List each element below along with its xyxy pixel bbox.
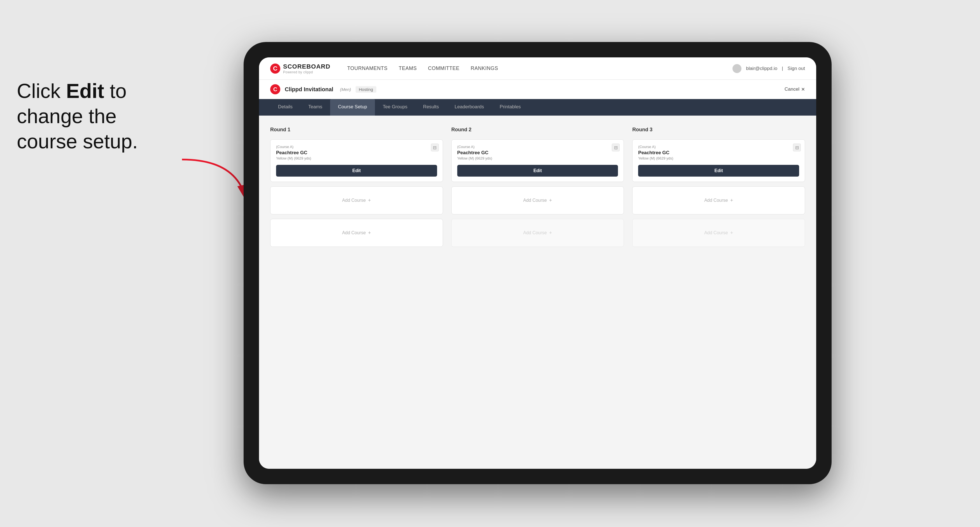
round-3-add-course-2: Add Course + — [632, 219, 805, 247]
tab-nav: Details Teams Course Setup Tee Groups Re… — [259, 99, 816, 116]
round-1-add-course-1[interactable]: Add Course + — [270, 186, 443, 214]
tab-course-setup[interactable]: Course Setup — [330, 99, 375, 116]
round-2-course-label: (Course A) — [457, 145, 618, 149]
round-2-add-course-2: Add Course + — [451, 219, 624, 247]
round-3-column: Round 3 ⊟ (Course A) Peachtree GC Yellow… — [632, 127, 805, 247]
round-2-course-card: ⊟ (Course A) Peachtree GC Yellow (M) (66… — [451, 140, 624, 182]
logo-area: C SCOREBOARD Powered by clippd — [270, 63, 330, 74]
round-3-delete-button[interactable]: ⊟ — [793, 144, 801, 151]
tab-leaderboards[interactable]: Leaderboards — [447, 99, 492, 116]
round-3-course-details: Yellow (M) (6629 yds) — [638, 156, 799, 160]
nav-teams[interactable]: TEAMS — [399, 63, 417, 74]
avatar — [732, 64, 741, 73]
add-course-label: Add Course — [342, 230, 366, 235]
round-1-title: Round 1 — [270, 127, 443, 133]
round-2-title: Round 2 — [451, 127, 624, 133]
arrow-indicator — [157, 154, 252, 210]
add-course-label: Add Course — [523, 198, 547, 203]
tab-details[interactable]: Details — [270, 99, 301, 116]
add-course-label: Add Course — [704, 230, 728, 235]
add-course-plus-icon: + — [730, 230, 733, 236]
round-1-course-details: Yellow (M) (6629 yds) — [276, 156, 437, 160]
add-course-label: Add Course — [704, 198, 728, 203]
round-2-course-details: Yellow (M) (6629 yds) — [457, 156, 618, 160]
add-course-plus-icon: + — [549, 230, 552, 236]
round-2-edit-button[interactable]: Edit — [457, 165, 618, 176]
add-course-plus-icon: + — [368, 230, 371, 236]
tablet-screen: C SCOREBOARD Powered by clippd TOURNAMEN… — [259, 57, 816, 469]
hosting-badge: Hosting — [356, 86, 377, 93]
main-content: Round 1 ⊟ (Course A) Peachtree GC Yellow… — [259, 116, 816, 469]
tournament-title-row: C Clippd Invitational (Men) Hosting — [270, 84, 376, 94]
round-3-course-label: (Course A) — [638, 145, 799, 149]
user-email: blair@clippd.io — [746, 66, 777, 71]
round-3-add-course-1[interactable]: Add Course + — [632, 186, 805, 214]
sign-out-link[interactable]: Sign out — [788, 66, 805, 71]
top-nav: C SCOREBOARD Powered by clippd TOURNAMEN… — [259, 57, 816, 80]
round-2-add-course-1[interactable]: Add Course + — [451, 186, 624, 214]
tab-printables[interactable]: Printables — [492, 99, 529, 116]
add-course-label: Add Course — [342, 198, 366, 203]
logo-text: SCOREBOARD — [283, 63, 330, 70]
tablet-frame: C SCOREBOARD Powered by clippd TOURNAMEN… — [243, 42, 832, 484]
rounds-container: Round 1 ⊟ (Course A) Peachtree GC Yellow… — [270, 127, 805, 247]
cancel-icon: ✕ — [801, 86, 805, 92]
round-3-course-card: ⊟ (Course A) Peachtree GC Yellow (M) (66… — [632, 140, 805, 182]
add-course-label: Add Course — [523, 230, 547, 235]
add-course-plus-icon: + — [549, 198, 552, 203]
tab-results[interactable]: Results — [415, 99, 447, 116]
add-course-plus-icon: + — [730, 198, 733, 203]
cancel-button[interactable]: Cancel ✕ — [784, 86, 805, 92]
add-course-plus-icon: + — [368, 198, 371, 203]
logo-sub: Powered by clippd — [283, 70, 330, 74]
nav-tournaments[interactable]: TOURNAMENTS — [347, 63, 388, 74]
logo-text-block: SCOREBOARD Powered by clippd — [283, 63, 330, 74]
round-1-course-card: ⊟ (Course A) Peachtree GC Yellow (M) (66… — [270, 140, 443, 182]
logo-c-icon: C — [270, 63, 280, 74]
round-1-course-name: Peachtree GC — [276, 150, 437, 156]
tab-tee-groups[interactable]: Tee Groups — [375, 99, 415, 116]
round-1-column: Round 1 ⊟ (Course A) Peachtree GC Yellow… — [270, 127, 443, 247]
tab-teams[interactable]: Teams — [301, 99, 330, 116]
round-1-course-label: (Course A) — [276, 145, 437, 149]
nav-links: TOURNAMENTS TEAMS COMMITTEE RANKINGS — [347, 63, 733, 74]
pipe-separator: | — [782, 66, 783, 71]
nav-committee[interactable]: COMMITTEE — [428, 63, 460, 74]
tournament-header: C Clippd Invitational (Men) Hosting Canc… — [259, 80, 816, 99]
tournament-gender: (Men) — [340, 87, 351, 92]
round-1-edit-button[interactable]: Edit — [276, 165, 437, 176]
nav-right: blair@clippd.io | Sign out — [732, 64, 805, 73]
round-1-delete-button[interactable]: ⊟ — [431, 144, 439, 151]
round-2-delete-button[interactable]: ⊟ — [612, 144, 620, 151]
round-1-add-course-2[interactable]: Add Course + — [270, 219, 443, 247]
round-2-column: Round 2 ⊟ (Course A) Peachtree GC Yellow… — [451, 127, 624, 247]
tournament-name: Clippd Invitational — [285, 86, 333, 93]
round-3-title: Round 3 — [632, 127, 805, 133]
nav-rankings[interactable]: RANKINGS — [471, 63, 498, 74]
cancel-label: Cancel — [784, 86, 799, 92]
round-2-course-name: Peachtree GC — [457, 150, 618, 156]
tournament-logo: C — [270, 84, 280, 94]
instruction-text: Click Edit tochange thecourse setup. — [17, 78, 138, 154]
round-3-course-name: Peachtree GC — [638, 150, 799, 156]
instruction-bold: Edit — [66, 80, 104, 102]
round-3-edit-button[interactable]: Edit — [638, 165, 799, 176]
